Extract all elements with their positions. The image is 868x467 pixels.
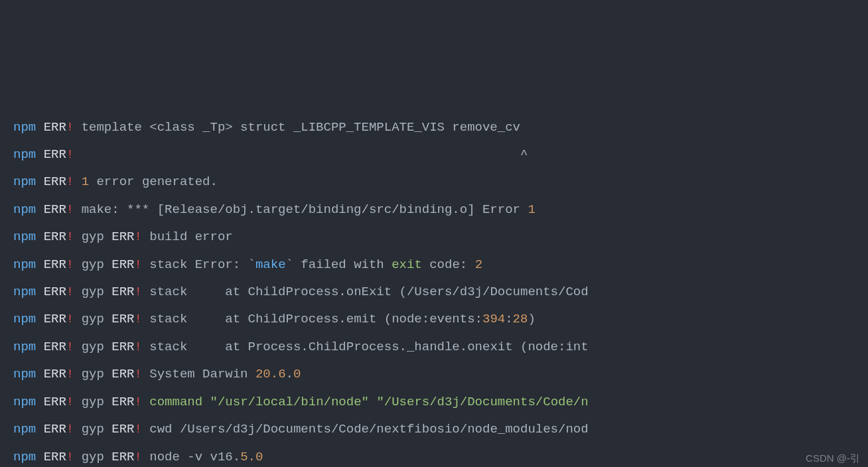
terminal-segment: ERR [111,340,134,354]
terminal-line: npm ERR! gyp ERR! stack Error: `make` fa… [13,251,868,279]
terminal-segment: gyp [74,285,111,299]
terminal-segment: ! [134,312,141,326]
terminal-line: npm ERR! gyp ERR! stack at ChildProcess.… [13,306,868,333]
terminal-segment: ERR [111,422,134,436]
terminal-segment [36,257,43,272]
terminal-segment [74,174,81,189]
terminal-segment: command [149,395,202,409]
terminal-segment: npm [13,257,36,272]
terminal-segment: ERR [111,257,134,272]
terminal-segment: ERR [44,422,66,436]
terminal-segment: ERR [44,340,66,354]
terminal-segment: ! [66,367,74,381]
terminal-segment: gyp [74,312,111,326]
terminal-line: npm ERR! template <class _Tp> struct _LI… [13,114,868,141]
terminal-segment: System Darwin [142,367,255,381]
terminal-segment [36,312,43,326]
terminal-segment [36,174,43,189]
terminal-segment: ! [66,312,74,326]
terminal-segment: node -v v16. [142,450,240,464]
terminal-segment: gyp [74,340,111,354]
terminal-segment: 20.6 [255,367,286,381]
terminal-segment: stack at ChildProcess.emit (node:events: [142,312,482,326]
terminal-segment: npm [13,230,36,244]
terminal-line: npm ERR! make: *** [Release/obj.target/b… [13,196,868,224]
terminal-segment: template <class _Tp> struct _LIBCPP_TEMP… [74,120,520,135]
terminal-segment: ! [66,285,74,299]
terminal-segment: gyp [74,367,111,381]
terminal-segment: code: [422,257,475,272]
terminal-segment: ERR [111,395,134,409]
terminal-segment: make [255,257,286,272]
terminal-segment: npm [13,202,36,217]
terminal-segment: npm [13,285,36,299]
terminal-segment: ERR [44,285,66,299]
terminal-output[interactable]: npm ERR! template <class _Tp> struct _LI… [13,114,868,467]
terminal-segment: ! [66,340,74,354]
terminal-segment: ! [134,450,141,464]
terminal-segment: npm [13,147,36,162]
terminal-segment: ! [134,340,141,354]
terminal-segment [36,450,43,464]
terminal-line: npm ERR! gyp ERR! stack at ChildProcess.… [13,279,868,306]
terminal-segment: : [505,312,512,326]
terminal-segment: npm [13,422,36,436]
terminal-segment [36,422,43,436]
terminal-line: npm ERR! gyp ERR! command "/usr/local/bi… [13,389,868,416]
terminal-segment: ! [66,395,74,409]
terminal-segment: 0 [293,367,301,381]
terminal-segment: gyp [74,230,111,244]
terminal-segment [369,395,376,409]
terminal-line: npm ERR! gyp ERR! stack at Process.Child… [13,334,868,361]
terminal-segment: ! [134,257,141,272]
terminal-segment [202,395,210,409]
terminal-segment: ! [66,422,74,436]
terminal-segment: ERR [44,312,66,326]
terminal-segment: "/Users/d3j/Documents/Code/n [376,395,588,409]
terminal-segment: gyp [74,450,111,464]
terminal-segment: npm [13,174,36,189]
terminal-segment: ERR [44,257,66,272]
terminal-segment [36,395,43,409]
terminal-segment: 2 [475,257,482,272]
terminal-segment: 1 [82,174,89,189]
terminal-line: npm ERR! 1 error generated. [13,168,868,196]
terminal-segment: ERR [44,147,66,162]
terminal-segment: ERR [44,230,66,244]
terminal-segment: npm [13,312,36,326]
terminal-segment: ERR [44,450,66,464]
terminal-segment: ` [248,257,255,272]
terminal-segment [36,230,43,244]
terminal-segment: ERR [111,230,134,244]
terminal-segment: 28 [513,312,528,326]
terminal-segment: ERR [44,174,66,189]
terminal-segment: ! [66,174,74,189]
terminal-segment: ! [134,422,141,436]
terminal-segment: ! [134,285,141,299]
terminal-segment: ! [134,230,141,244]
terminal-line: npm ERR! gyp ERR! node -v v16.5.0 [13,444,868,468]
terminal-line: npm ERR! gyp ERR! System Darwin 20.6.0 [13,361,868,388]
terminal-segment: ERR [111,312,134,326]
terminal-segment: stack at Process.ChildProcess._handle.on… [142,340,589,354]
terminal-segment: ERR [111,450,134,464]
terminal-segment: exit [392,257,422,272]
terminal-segment: failed with [293,257,392,272]
terminal-segment: gyp [74,257,111,272]
terminal-line: npm ERR! gyp ERR! cwd /Users/d3j/Documen… [13,416,868,443]
terminal-segment [36,285,43,299]
terminal-segment: npm [13,340,36,354]
terminal-segment: ERR [44,120,66,135]
terminal-segment: error generated. [89,174,218,189]
terminal-segment: gyp [74,395,111,409]
terminal-segment: 5.0 [240,450,263,464]
terminal-segment: ! [66,147,74,162]
terminal-segment: ! [134,367,141,381]
terminal-segment [36,147,43,162]
terminal-segment: ` [286,257,293,272]
terminal-segment: ^ [74,147,528,162]
terminal-segment: stack at ChildProcess.onExit (/Users/d3j… [142,285,589,299]
terminal-segment: 394 [482,312,505,326]
terminal-line: npm ERR! gyp ERR! build error [13,224,868,251]
terminal-segment: ! [134,395,141,409]
